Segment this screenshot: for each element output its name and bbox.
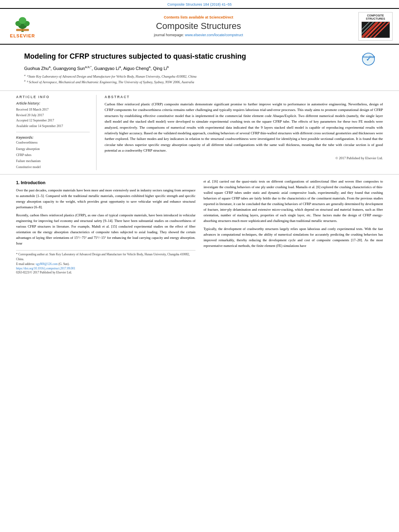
affiliations: a ᵃ State Key Laboratory of Advanced Des… [24,73,358,85]
footnote-section: * Corresponding author at: State Key Lab… [16,250,195,275]
section1-title: 1. Introduction [16,180,195,185]
elsevier-tree-icon [12,14,33,33]
article-info-heading: ARTICLE INFO [16,95,90,99]
page: Composite Structures 184 (2018) 41–55 EL… [0,0,399,532]
sciencedirect-link: Contents lists available at ScienceDirec… [43,15,354,19]
article-history-label: Article history: [16,101,90,105]
svg-point-4 [19,17,27,24]
journal-homepage: journal homepage: www.elsevier.com/locat… [43,33,354,37]
received-date: Received 18 March 2017 [16,107,90,113]
composite-logo-text: COMPOSITESTRUCTURES [360,14,391,21]
composite-logo-graphic [362,22,390,38]
corresponding-note: * Corresponding author at: State Key Lab… [16,252,195,262]
homepage-url[interactable]: www.elsevier.com/locate/compstruct [185,33,243,37]
affiliation-b: b ᵇ School of Aerospace, Mechanical and … [24,79,358,85]
article-info-abstract: ARTICLE INFO Article history: Received 1… [0,91,399,175]
affiliation-a: a ᵃ State Key Laboratory of Advanced Des… [24,73,358,79]
elsevier-logo: ELSEVIER [10,14,35,38]
intro-right-para2: Typically, the development of crashworth… [204,226,383,249]
keyword-1: Crashworthiness [16,140,90,146]
keyword-3: CFRP tubes [16,152,90,158]
intro-para2: Recently, carbon fibers reinforced plast… [16,212,195,246]
abstract-heading: ABSTRACT [105,95,383,99]
section1-body: Over the past decades, composite materia… [16,187,195,246]
intro-para1: Over the past decades, composite materia… [16,187,195,210]
keyword-5: Constitutive model [16,164,90,170]
available-date: Available online 14 September 2017 [16,123,90,129]
top-citation-bar: Composite Structures 184 (2018) 41–55 [0,0,399,8]
journal-header: ELSEVIER Contents lists available at Sci… [0,8,399,45]
accepted-date: Accepted 12 September 2017 [16,118,90,123]
journal-title: Composite Structures [43,21,354,31]
body-left-col: 1. Introduction Over the past decades, c… [16,179,195,275]
issn-text: 0263-8223/© 2017 Published by Elsevier L… [16,270,195,275]
intro-right-para1: et al. [16] carried out the quasi-static… [204,179,383,224]
keywords-label: Keywords: [16,136,90,140]
article-info-col: ARTICLE INFO Article history: Received 1… [16,95,97,170]
doi-link[interactable]: https://doi.org/10.1016/j.compstruct.201… [16,267,195,270]
email-note: E-mail address: sgy800@126.com (G. Sun). [16,262,195,267]
keyword-4: Failure mechanism [16,158,90,164]
abstract-text: Carbon fiber reinforced plastic (CFRP) c… [105,101,383,154]
abstract-col: ABSTRACT Carbon fiber reinforced plastic… [105,95,383,170]
svg-text:✓: ✓ [366,56,371,62]
citation-text: Composite Structures 184 (2018) 41–55 [167,2,232,6]
body-right-col: et al. [16] carried out the quasi-static… [204,179,383,275]
crossmark-icon: CrossMark ✓ [362,53,375,66]
header-center: Contents lists available at ScienceDirec… [43,15,354,37]
composite-logo-box: COMPOSITESTRUCTURES [358,12,393,41]
keyword-2: Energy absorption [16,146,90,152]
email-link[interactable]: sgy800@126.com [36,262,58,266]
authors: Guohua Zhua, Guangyong Suna,b,*, Guangya… [24,65,358,71]
elsevier-text: ELSEVIER [10,33,35,38]
crossmark[interactable]: CrossMark ✓ [362,53,375,66]
article-dates: Received 18 March 2017 Revised 20 July 2… [16,107,90,129]
info-divider [16,132,90,132]
keywords-list: Crashworthiness Energy absorption CFRP t… [16,140,90,170]
body-section: 1. Introduction Over the past decades, c… [0,175,399,279]
elsevier-logo-area: ELSEVIER [6,14,39,38]
article-section: Modeling for CFRP structures subjected t… [0,45,399,91]
copyright: © 2017 Published by Elsevier Ltd. [105,156,383,160]
composite-logo-area: COMPOSITESTRUCTURES [358,12,393,41]
revised-date: Revised 20 July 2017 [16,113,90,118]
sciencedirect-brand[interactable]: ScienceDirect [209,15,233,19]
section1-right-body: et al. [16] carried out the quasi-static… [204,179,383,249]
article-title: Modeling for CFRP structures subjected t… [24,52,358,61]
